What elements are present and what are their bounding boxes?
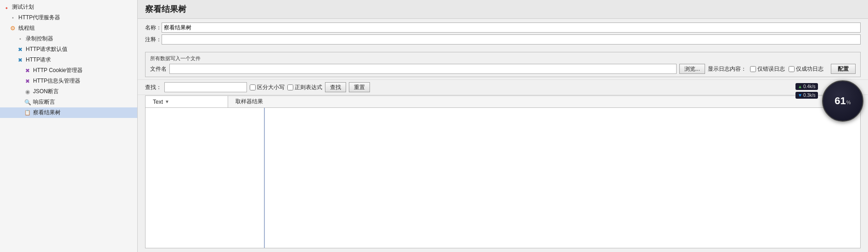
error-log-label[interactable]: 仅错误日志: [750, 65, 785, 73]
sidebar-item-http-default[interactable]: ✖ HTTP请求默认值: [0, 44, 137, 55]
speed-widget: ▲ 0.4k/s ▼ 0.3k/s 61 %: [822, 80, 863, 122]
name-row: 名称：: [145, 22, 861, 33]
success-log-label[interactable]: 仅成功日志: [789, 65, 823, 73]
file-name-input[interactable]: [169, 64, 677, 74]
sidebar-item-label: JSON断言: [33, 88, 59, 95]
sidebar-item-label: HTTP Cookie管理器: [33, 67, 83, 74]
comment-label: 注释：: [145, 36, 162, 44]
browse-button[interactable]: 浏览...: [679, 64, 705, 74]
name-label: 名称：: [145, 24, 162, 32]
results-area: Text ▼ 取样器结果: [145, 95, 861, 248]
main-content: 察看结果树 名称： 注释： 所有数据写入一个文件 文件名 浏览... 显示日志内…: [138, 0, 868, 252]
sidebar-item-http-request[interactable]: ✖ HTTP请求: [0, 55, 137, 65]
sidebar-item-http-cookie[interactable]: ✖ HTTP Cookie管理器: [0, 65, 137, 76]
main-header: 察看结果树: [138, 0, 868, 19]
file-group: 所有数据写入一个文件 文件名 浏览... 显示日志内容： 仅错误日志 仅成功日志…: [145, 52, 861, 77]
view-result-tree-icon: 📋: [24, 109, 31, 117]
sidebar-item-label: HTTP请求: [26, 56, 51, 64]
sidebar: ⬥ 测试计划 ▪ HTTP代理服务器 ⚙ 线程组 ▪ 录制控制器 ✖ HTTP请…: [0, 0, 138, 252]
http-cookie-icon: ✖: [24, 67, 31, 74]
separator1: [138, 79, 868, 80]
response-assert-icon: 🔍: [24, 99, 31, 106]
sidebar-item-label: 察看结果树: [33, 109, 61, 117]
sidebar-item-thread-group[interactable]: ⚙ 线程组: [0, 23, 137, 34]
file-row: 文件名 浏览... 显示日志内容： 仅错误日志 仅成功日志 配置: [150, 64, 856, 74]
regex-checkbox[interactable]: [287, 84, 293, 90]
search-input[interactable]: [164, 82, 247, 92]
test-plan-icon: ⬥: [3, 4, 10, 11]
sidebar-item-view-result-tree[interactable]: 📋 察看结果树: [0, 107, 137, 118]
search-bar: 查找： 区分大小写 正则表达式 查找 重置: [138, 80, 868, 94]
file-group-legend: 所有数据写入一个文件: [150, 55, 856, 62]
comment-input[interactable]: [162, 34, 861, 45]
download-value: 0.3k/s: [803, 93, 816, 98]
record-ctrl-icon: ▪: [17, 35, 24, 43]
name-input[interactable]: [162, 22, 861, 33]
speed-percent-sign: %: [846, 100, 851, 105]
json-assert-icon: ◉: [24, 88, 31, 95]
upload-value: 0.4k/s: [803, 84, 816, 89]
page-title: 察看结果树: [145, 5, 186, 14]
sidebar-item-label: HTTP请求默认值: [26, 45, 67, 53]
http-request-icon: ✖: [17, 56, 24, 64]
sidebar-item-test-plan[interactable]: ⬥ 测试计划: [0, 2, 137, 12]
comment-row: 注释：: [145, 34, 861, 45]
results-right-panel: [265, 108, 860, 248]
sidebar-item-label: 测试计划: [12, 3, 34, 11]
text-tab-label: Text: [153, 99, 163, 105]
speed-stats: ▲ 0.4k/s ▼ 0.3k/s: [795, 83, 818, 99]
error-log-checkbox[interactable]: [750, 66, 756, 72]
sidebar-item-label: 录制控制器: [26, 35, 53, 43]
sidebar-item-record-ctrl[interactable]: ▪ 录制控制器: [0, 34, 137, 44]
results-body: [146, 108, 860, 248]
sampler-result-tab[interactable]: 取样器结果: [228, 96, 270, 107]
config-button[interactable]: 配置: [831, 64, 856, 74]
http-header-icon: ✖: [24, 78, 31, 85]
speed-percent: 61: [834, 95, 846, 107]
sidebar-item-label: HTTP信息头管理器: [33, 77, 80, 85]
separator2: [138, 95, 868, 95]
success-log-checkbox[interactable]: [789, 66, 795, 72]
search-label: 查找：: [145, 84, 162, 91]
upload-arrow-icon: ▲: [798, 84, 802, 89]
sidebar-item-label: 响应断言: [33, 98, 55, 106]
sidebar-item-http-proxy[interactable]: ▪ HTTP代理服务器: [0, 12, 137, 23]
http-proxy-icon: ▪: [9, 14, 17, 22]
results-header: Text ▼ 取样器结果: [146, 96, 860, 108]
regex-label[interactable]: 正则表达式: [287, 84, 322, 91]
download-arrow-icon: ▼: [798, 93, 802, 98]
reset-button[interactable]: 重置: [349, 82, 370, 92]
text-tab[interactable]: Text ▼: [146, 96, 228, 107]
download-stat: ▼ 0.3k/s: [795, 92, 818, 99]
find-button[interactable]: 查找: [325, 82, 346, 92]
sidebar-item-json-assert[interactable]: ◉ JSON断言: [0, 86, 137, 97]
sidebar-item-label: HTTP代理服务器: [18, 14, 60, 22]
sidebar-item-http-header[interactable]: ✖ HTTP信息头管理器: [0, 76, 137, 86]
http-default-icon: ✖: [17, 46, 24, 53]
speed-circle: 61 %: [822, 80, 863, 122]
sidebar-item-response-assert[interactable]: 🔍 响应断言: [0, 97, 137, 107]
case-sensitive-label[interactable]: 区分大小写: [250, 84, 285, 91]
file-name-label: 文件名: [150, 65, 167, 73]
case-sensitive-checkbox[interactable]: [250, 84, 256, 90]
form-area: 名称： 注释：: [138, 19, 868, 50]
log-content-label: 显示日志内容：: [708, 65, 746, 73]
sidebar-item-label: 线程组: [18, 24, 35, 32]
results-left-panel: [146, 108, 265, 248]
dropdown-arrow-icon: ▼: [165, 99, 169, 104]
thread-group-icon: ⚙: [9, 25, 17, 32]
log-options: 显示日志内容： 仅错误日志 仅成功日志 配置: [708, 64, 856, 74]
upload-stat: ▲ 0.4k/s: [795, 83, 818, 90]
